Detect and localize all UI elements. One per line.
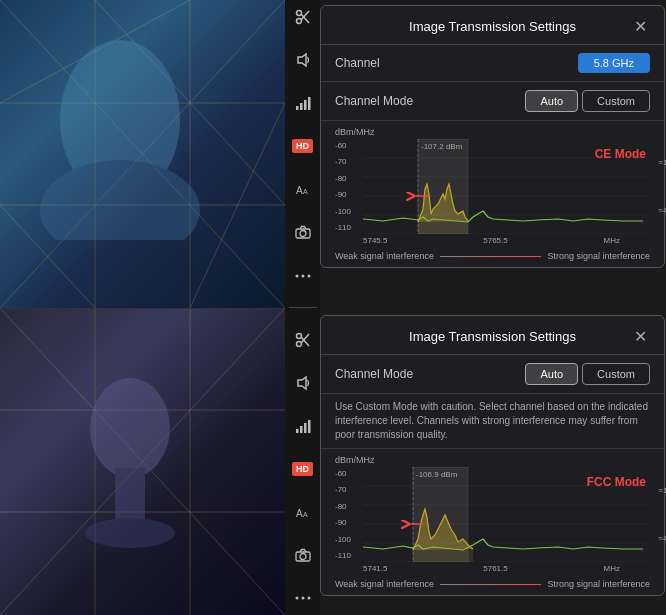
auto-button-bottom[interactable]: Auto xyxy=(525,363,578,385)
legend-weak-bottom: Weak signal interference xyxy=(335,579,434,589)
svg-rect-29 xyxy=(308,97,311,110)
dist-1km-top: ≈1km xyxy=(658,158,666,167)
signal-icon-bottom[interactable] xyxy=(289,414,317,437)
modal-title-top: Image Transmission Settings xyxy=(355,19,630,34)
x-tick-2-top: 5765.5 xyxy=(483,236,507,245)
sidebar: HD A A xyxy=(285,0,320,615)
auto-button-top[interactable]: Auto xyxy=(525,90,578,112)
svg-text:A: A xyxy=(296,185,303,196)
y-tick-60-b: -60 xyxy=(335,469,360,478)
dist-4km-top: ≈4km xyxy=(658,206,666,215)
channel-label-top: Channel xyxy=(335,56,380,70)
more-icon-bottom[interactable] xyxy=(289,587,317,610)
mode-label-bottom: FCC Mode xyxy=(587,475,646,489)
svg-point-22 xyxy=(296,18,301,23)
custom-button-bottom[interactable]: Custom xyxy=(582,363,650,385)
mode-label-top: CE Mode xyxy=(595,147,646,161)
scissors-icon-bottom[interactable] xyxy=(289,328,317,351)
dist-1km-bottom: ≈1km xyxy=(658,486,666,495)
chart-top: dBm/MHz -60 -70 -80 -90 -100 -110 xyxy=(321,121,664,249)
svg-point-11 xyxy=(40,160,200,240)
distance-markers-top: ≈1km ≈4km xyxy=(658,139,666,234)
y-tick-100-b: -100 xyxy=(335,535,360,544)
y-tick-80-b: -80 xyxy=(335,502,360,511)
dist-4km-bottom: ≈4km xyxy=(658,534,666,543)
svg-point-38 xyxy=(296,341,301,346)
svg-marker-41 xyxy=(298,377,306,389)
y-tick-60: -60 xyxy=(335,141,360,150)
modal-header-bottom: Image Transmission Settings ✕ xyxy=(321,316,664,355)
y-label-bottom: dBm/MHz xyxy=(335,455,650,465)
close-button-bottom[interactable]: ✕ xyxy=(630,326,650,346)
more-icon-top[interactable] xyxy=(289,264,317,287)
speaker-icon[interactable] xyxy=(289,48,317,71)
channel-value-top[interactable]: 5.8 GHz xyxy=(578,53,650,73)
distance-markers-bottom: ≈1km ≈4km xyxy=(658,467,666,562)
svg-rect-43 xyxy=(300,426,303,433)
svg-rect-42 xyxy=(296,429,299,433)
y-tick-70-b: -70 xyxy=(335,485,360,494)
svg-text:A: A xyxy=(303,511,308,518)
channel-mode-buttons-top: Auto Custom xyxy=(525,90,650,112)
camera-icon-bottom[interactable] xyxy=(289,544,317,567)
speaker-icon-bottom[interactable] xyxy=(289,371,317,394)
camera-icon-top[interactable] xyxy=(289,221,317,244)
svg-rect-28 xyxy=(304,100,307,110)
y-tick-100: -100 xyxy=(335,207,360,216)
hd-badge-top[interactable]: HD xyxy=(289,134,317,157)
channel-row-top: Channel 5.8 GHz xyxy=(321,45,664,82)
modal-title-bottom: Image Transmission Settings xyxy=(355,329,630,344)
x-ticks-top: 5745.5 5765.5 MHz xyxy=(335,234,650,245)
font-icon-bottom[interactable]: A A xyxy=(289,501,317,524)
svg-point-18 xyxy=(90,378,170,478)
scissors-icon[interactable] xyxy=(289,5,317,28)
sidebar-divider xyxy=(289,307,317,308)
signal-legend-bottom: Weak signal interference Strong signal i… xyxy=(321,577,664,595)
svg-text:A: A xyxy=(303,188,308,195)
font-icon[interactable]: A A xyxy=(289,178,317,201)
warning-text-bottom: Use Custom Mode with caution. Select cha… xyxy=(321,394,664,449)
channel-mode-row-bottom: Channel Mode Auto Custom xyxy=(321,355,664,394)
y-label-top: dBm/MHz xyxy=(335,127,650,137)
legend-weak-top: Weak signal interference xyxy=(335,251,434,261)
svg-marker-25 xyxy=(298,54,306,66)
channel-mode-buttons-bottom: Auto Custom xyxy=(525,363,650,385)
y-tick-90: -90 xyxy=(335,190,360,199)
svg-point-33 xyxy=(300,231,306,237)
legend-gradient-line-top xyxy=(440,256,542,257)
camera-view-top xyxy=(0,0,285,308)
custom-button-top[interactable]: Custom xyxy=(582,90,650,112)
mhz-label-top: MHz xyxy=(604,236,620,245)
y-tick-110-b: -110 xyxy=(335,551,360,560)
channel-mode-row-top: Channel Mode Auto Custom xyxy=(321,82,664,121)
x-tick-2-bottom: 5761.5 xyxy=(483,564,507,573)
svg-text:-106.9 dBm: -106.9 dBm xyxy=(416,470,458,479)
image-transmission-settings-top: Image Transmission Settings ✕ Channel 5.… xyxy=(320,5,665,268)
signal-legend-top: Weak signal interference Strong signal i… xyxy=(321,249,664,267)
svg-point-37 xyxy=(296,333,301,338)
x-tick-1-top: 5745.5 xyxy=(363,236,387,245)
svg-rect-26 xyxy=(296,106,299,110)
y-tick-80: -80 xyxy=(335,174,360,183)
close-button-top[interactable]: ✕ xyxy=(630,16,650,36)
channel-mode-label-bottom: Channel Mode xyxy=(335,367,413,381)
svg-point-49 xyxy=(300,554,306,560)
chart-bottom: dBm/MHz -60 -70 -80 -90 -100 -110 xyxy=(321,449,664,577)
svg-point-51 xyxy=(301,597,304,600)
channel-mode-label-top: Channel Mode xyxy=(335,94,413,108)
panel-divider xyxy=(0,308,285,309)
x-ticks-bottom: 5741.5 5761.5 MHz xyxy=(335,562,650,573)
svg-point-52 xyxy=(307,597,310,600)
hd-badge-bottom[interactable]: HD xyxy=(289,457,317,480)
svg-point-34 xyxy=(295,274,298,277)
signal-icon[interactable] xyxy=(289,91,317,114)
y-tick-110: -110 xyxy=(335,223,360,232)
x-tick-1-bottom: 5741.5 xyxy=(363,564,387,573)
modal-header-top: Image Transmission Settings ✕ xyxy=(321,6,664,45)
camera-view-bottom xyxy=(0,308,285,615)
mhz-label-bottom: MHz xyxy=(604,564,620,573)
svg-point-50 xyxy=(295,597,298,600)
svg-text:A: A xyxy=(296,508,303,519)
y-tick-90-b: -90 xyxy=(335,518,360,527)
svg-point-36 xyxy=(307,274,310,277)
